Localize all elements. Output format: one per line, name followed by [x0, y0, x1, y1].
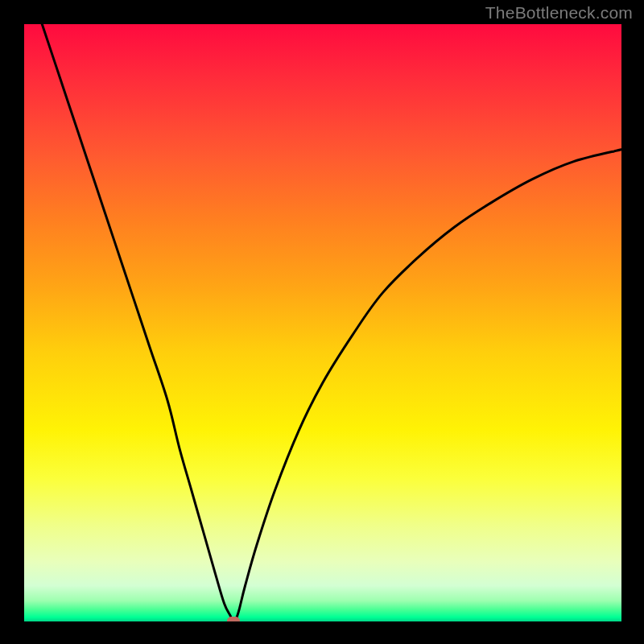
watermark-text: TheBottleneck.com [485, 3, 633, 23]
plot-area [24, 24, 621, 621]
chart-frame: TheBottleneck.com [0, 0, 644, 644]
curve-svg [24, 24, 621, 621]
bottleneck-curve [42, 24, 621, 621]
optimum-marker [227, 617, 240, 621]
